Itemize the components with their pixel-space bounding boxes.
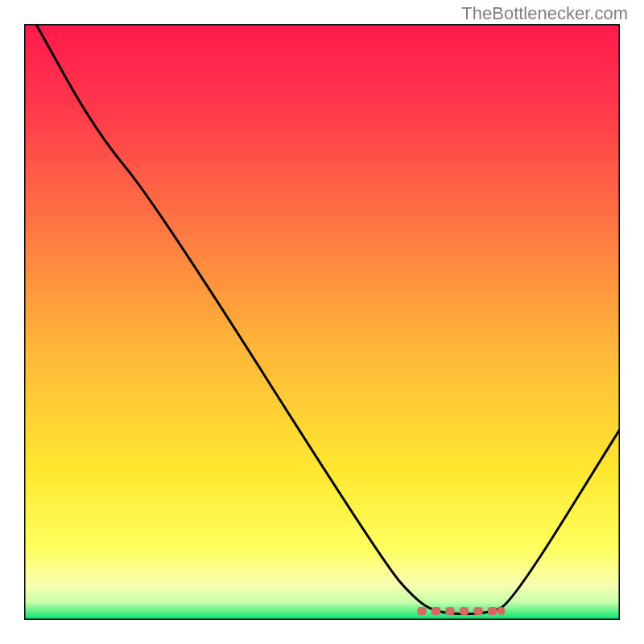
- svg-rect-2: [445, 607, 454, 615]
- chart-svg: [24, 24, 620, 620]
- svg-point-6: [497, 607, 506, 615]
- watermark-text: TheBottlenecker.com: [461, 3, 628, 24]
- svg-rect-3: [460, 607, 469, 615]
- svg-rect-4: [473, 607, 482, 615]
- svg-rect-1: [431, 607, 440, 615]
- chart-area: [24, 24, 620, 620]
- svg-rect-0: [417, 607, 426, 615]
- gradient-background: [24, 24, 620, 620]
- svg-rect-5: [488, 607, 497, 615]
